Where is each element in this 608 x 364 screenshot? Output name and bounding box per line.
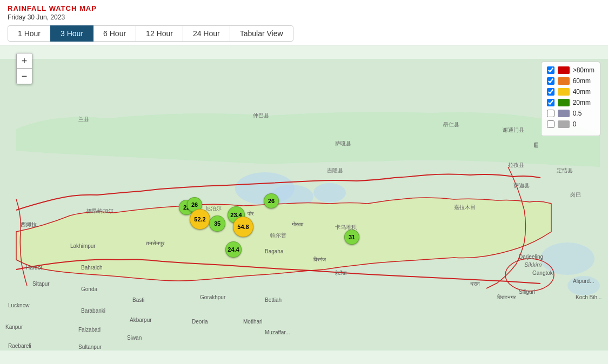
svg-text:Gonda: Gonda <box>81 286 97 292</box>
svg-text:तनसेनपुर: तनसेनपुर <box>145 240 165 247</box>
svg-text:विरगंज: विरगंज <box>313 257 326 262</box>
svg-text:Lucknow: Lucknow <box>8 302 30 308</box>
map-area: 兰县 仲巴县 萨嘎县 昂仁县 谢通门县 吉隆县 拉孜县 萨迦县 定结县 嘉拉木目… <box>0 45 608 364</box>
rainfall-marker-m7[interactable]: 26 <box>264 193 279 208</box>
legend-item-40mm: 40mm <box>547 88 594 96</box>
legend-label-0mm: 0 <box>573 120 577 128</box>
svg-text:Sultanpur: Sultanpur <box>78 344 102 350</box>
svg-text:Bagaha: Bagaha <box>265 248 284 254</box>
header: RAINFALL WATCH MAP Friday 30 Jun, 2023 <box>0 0 608 22</box>
date-display: Friday 30 Jun, 2023 <box>8 14 600 21</box>
legend-item-80mm: >80mm <box>547 66 594 74</box>
svg-text:गोरखा: गोरखा <box>291 221 304 227</box>
svg-text:Faizabad: Faizabad <box>78 327 101 333</box>
map-label-e: E <box>534 141 538 149</box>
svg-text:Sitapur: Sitapur <box>32 281 50 287</box>
svg-text:兰县: 兰县 <box>78 116 89 122</box>
svg-text:Lakhimpur: Lakhimpur <box>70 243 96 249</box>
page-wrapper: RAINFALL WATCH MAP Friday 30 Jun, 2023 1… <box>0 0 608 364</box>
legend-checkbox-40mm[interactable] <box>547 88 554 96</box>
svg-text:仲巴县: 仲巴县 <box>253 112 269 118</box>
svg-text:Bettiah: Bettiah <box>265 297 282 303</box>
tabs-bar: 1 Hour3 Hour6 Hour12 Hour24 HourTabular … <box>0 22 608 45</box>
legend-item-60mm: 60mm <box>547 77 594 85</box>
svg-text:尼泊尔: 尼泊尔 <box>205 205 222 211</box>
legend-label-20mm: 20mm <box>573 99 591 106</box>
rainfall-marker-m3[interactable]: 52.2 <box>190 209 210 230</box>
svg-text:西姆拉: 西姆拉 <box>21 221 37 227</box>
legend-label-40mm: 40mm <box>573 88 591 96</box>
legend-checkbox-20mm[interactable] <box>547 99 554 106</box>
rainfall-marker-m9[interactable]: 31 <box>344 230 359 245</box>
legend-checkbox-60mm[interactable] <box>547 77 554 85</box>
rainfall-marker-m6[interactable]: 54.8 <box>233 217 253 237</box>
svg-text:Koch Bih...: Koch Bih... <box>576 294 602 300</box>
svg-text:Sikkim: Sikkim <box>524 261 542 268</box>
legend-color-0mm <box>558 120 570 128</box>
tab-24hour[interactable]: 24 Hour <box>183 25 230 42</box>
legend-color-0.5mm <box>558 110 570 117</box>
svg-text:Basti: Basti <box>132 297 144 303</box>
rainfall-marker-m4[interactable]: 35 <box>209 215 225 232</box>
legend-color-20mm <box>558 99 570 106</box>
tab-3hour[interactable]: 3 Hour <box>50 25 93 42</box>
tab-6hour[interactable]: 6 Hour <box>93 25 136 42</box>
page-title: RAINFALL WATCH MAP <box>8 4 600 12</box>
legend-checkbox-80mm[interactable] <box>547 66 554 74</box>
map-background: 兰县 仲巴县 萨嘎县 昂仁县 谢通门县 吉隆县 拉孜县 萨迦县 定结县 嘉拉木目… <box>0 45 608 364</box>
svg-text:Bahraich: Bahraich <box>81 265 102 271</box>
zoom-out-button[interactable]: − <box>17 69 32 84</box>
legend-color-60mm <box>558 77 570 85</box>
svg-text:बिराटनगर: बिराटनगर <box>497 294 516 300</box>
zoom-controls: + − <box>16 53 32 84</box>
legend-label-60mm: 60mm <box>573 77 591 85</box>
svg-text:Muzaffar...: Muzaffar... <box>265 329 290 335</box>
tab-12hour[interactable]: 12 Hour <box>136 25 183 42</box>
map-canvas: 兰县 仲巴县 萨嘎县 昂仁县 谢通门县 吉隆县 拉孜县 萨迦县 定结县 嘉拉木目… <box>0 45 608 364</box>
svg-text:Siwan: Siwan <box>127 335 142 341</box>
legend-checkbox-0.5mm[interactable] <box>547 110 554 117</box>
svg-text:萨嘎县: 萨嘎县 <box>335 140 351 146</box>
svg-text:Gorakhpur: Gorakhpur <box>200 294 226 300</box>
legend-color-40mm <box>558 88 570 96</box>
legend-label-80mm: >80mm <box>573 66 594 74</box>
svg-text:帕尔普: 帕尔普 <box>270 232 286 238</box>
svg-text:Darjeeling: Darjeeling <box>519 254 543 260</box>
svg-text:岗巴: 岗巴 <box>570 192 581 198</box>
legend-color-80mm <box>558 66 570 74</box>
svg-text:Alipurd...: Alipurd... <box>573 278 594 284</box>
svg-text:Deoria: Deoria <box>192 319 208 325</box>
tab-1hour[interactable]: 1 Hour <box>8 25 51 42</box>
legend-item-0mm: 0 <box>547 120 594 128</box>
svg-text:Akbarpur: Akbarpur <box>130 317 152 323</box>
svg-text:德昂纳加尔: 德昂纳加尔 <box>86 208 113 214</box>
svg-text:谢通门县: 谢通门县 <box>503 127 524 133</box>
svg-text:हेटौडा: हेटौडा <box>335 270 347 276</box>
tab-tabular[interactable]: Tabular View <box>230 25 293 42</box>
svg-text:पोर: पोर <box>247 211 254 217</box>
svg-text:Raebareli: Raebareli <box>8 343 31 349</box>
svg-text:嘉拉木目: 嘉拉木目 <box>454 204 476 210</box>
svg-point-3 <box>313 183 346 203</box>
svg-text:拉孜县: 拉孜县 <box>508 162 524 168</box>
legend-panel: >80mm60mm40mm20mm0.50 <box>541 62 600 136</box>
svg-text:Motihari: Motihari <box>243 319 263 325</box>
svg-text:吉隆县: 吉隆县 <box>327 167 343 173</box>
svg-text:Gangtok: Gangtok <box>532 270 553 276</box>
legend-checkbox-0mm[interactable] <box>547 120 554 128</box>
legend-item-0.5mm: 0.5 <box>547 110 594 117</box>
svg-text:定结县: 定结县 <box>557 167 573 173</box>
rainfall-marker-m8[interactable]: 24.4 <box>225 241 242 258</box>
zoom-in-button[interactable]: + <box>17 53 32 69</box>
svg-text:昂仁县: 昂仁县 <box>443 122 459 127</box>
svg-text:Barabanki: Barabanki <box>81 308 105 314</box>
legend-label-0.5mm: 0.5 <box>573 110 582 117</box>
legend-item-20mm: 20mm <box>547 99 594 106</box>
svg-text:Kanpur: Kanpur <box>5 324 23 330</box>
svg-text:धरान: धरान <box>470 281 480 287</box>
svg-text:Siliguri: Siliguri <box>519 289 535 295</box>
svg-text:Hardoi: Hardoi <box>26 265 42 271</box>
svg-text:萨迦县: 萨迦县 <box>513 183 530 188</box>
